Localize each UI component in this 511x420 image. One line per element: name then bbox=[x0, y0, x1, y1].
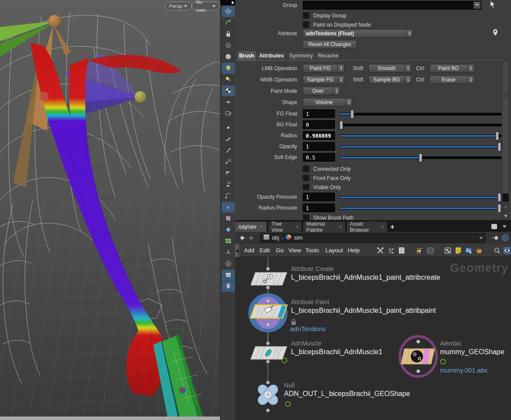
slider-handle[interactable] bbox=[497, 204, 501, 213]
menu-tools[interactable]: Tools bbox=[305, 244, 319, 257]
menu-layout[interactable]: Layout bbox=[325, 244, 343, 257]
network-editor[interactable]: Geometry bbox=[235, 257, 511, 420]
back-button[interactable] bbox=[238, 234, 246, 244]
fg-float-input[interactable]: 1 bbox=[303, 109, 335, 118]
tab-material-palette[interactable]: Material Palette× bbox=[303, 222, 345, 232]
tab-symmetry[interactable]: Symmetry bbox=[286, 51, 316, 61]
search-icon[interactable] bbox=[493, 247, 501, 254]
output-connector[interactable] bbox=[416, 369, 420, 373]
soft-edge-input[interactable]: 0.5 bbox=[303, 153, 335, 162]
paint-tool-icon[interactable] bbox=[222, 202, 235, 213]
pane-menu-icon[interactable] bbox=[502, 225, 507, 228]
slider-handle[interactable] bbox=[497, 142, 501, 151]
curve-handle-icon[interactable] bbox=[222, 190, 235, 201]
slider-handle[interactable] bbox=[419, 153, 423, 162]
path-field[interactable]: obj › sim bbox=[260, 233, 486, 243]
paint-on-displayed-checkbox[interactable] bbox=[303, 21, 309, 28]
joint-sphere-olive[interactable] bbox=[135, 91, 146, 102]
visible-only-checkbox[interactable] bbox=[303, 184, 309, 190]
viewport-canvas[interactable]: Persp No cam bbox=[0, 0, 220, 420]
mmb-ctrl-dropdown[interactable]: Erase bbox=[430, 75, 475, 84]
scroll-up-button[interactable] bbox=[503, 201, 508, 211]
joint-sphere-brown[interactable] bbox=[48, 15, 61, 27]
soft-edge-slider[interactable] bbox=[339, 153, 501, 162]
opacity-input[interactable]: 1 bbox=[303, 142, 335, 151]
radius-input[interactable]: 0.986089 bbox=[303, 131, 335, 140]
close-icon[interactable]: × bbox=[381, 224, 384, 229]
brush-stroke-icon[interactable] bbox=[222, 134, 235, 145]
node-name-label[interactable]: L_bicepsBrachii_AdnMuscle1_paint_attribc… bbox=[291, 274, 440, 281]
connected-only-checkbox[interactable] bbox=[303, 166, 309, 172]
tools-icon[interactable] bbox=[376, 247, 384, 254]
follow-focus-icon[interactable] bbox=[501, 234, 509, 244]
node-attribute-link[interactable]: adnTendons bbox=[290, 325, 326, 332]
bg-float-slider[interactable] bbox=[339, 120, 501, 129]
no-selection-icon[interactable] bbox=[222, 40, 235, 51]
toolbar-expand-button[interactable] bbox=[220, 0, 236, 5]
close-icon[interactable]: × bbox=[296, 224, 298, 229]
bg-float-input[interactable]: 0 bbox=[303, 120, 335, 129]
node-alembic[interactable] bbox=[400, 336, 437, 376]
image-add-icon[interactable] bbox=[465, 247, 473, 254]
node-name-label[interactable]: L_bicepsBrachii_AdnMuscle1 bbox=[291, 348, 382, 356]
prim-diamond-icon[interactable] bbox=[222, 224, 235, 235]
grid-dots-icon[interactable] bbox=[426, 247, 434, 254]
persp-view-menu[interactable]: Persp bbox=[165, 2, 192, 10]
light-pin-icon[interactable] bbox=[222, 74, 235, 85]
opacity-pressure-input[interactable]: 1 bbox=[303, 193, 335, 201]
uv-checker-icon[interactable] bbox=[222, 213, 235, 224]
group-box-icon[interactable] bbox=[222, 236, 235, 247]
radius-slider[interactable] bbox=[339, 131, 501, 140]
prim-numbers-icon[interactable]: 12 bbox=[222, 179, 235, 190]
attribute-dropdown[interactable]: adnTendons (Float) bbox=[303, 29, 413, 38]
pane-maximize-icon[interactable] bbox=[491, 224, 497, 229]
wind-icon[interactable] bbox=[222, 247, 235, 258]
view-layout-icon[interactable] bbox=[222, 6, 235, 17]
node-adnmuscle[interactable] bbox=[250, 342, 287, 363]
points-display-icon[interactable] bbox=[222, 122, 235, 133]
tab-tree-view[interactable]: Tree View× bbox=[268, 222, 301, 232]
output-connector[interactable] bbox=[266, 286, 270, 289]
scroll-down-button[interactable] bbox=[503, 211, 508, 220]
paint-mode-dropdown[interactable]: Over bbox=[303, 87, 340, 95]
point-numbers-icon[interactable]: 12 bbox=[222, 156, 235, 167]
input-connector[interactable] bbox=[266, 299, 270, 303]
display-group-checkbox[interactable] bbox=[303, 12, 309, 19]
radius-pressure-input[interactable]: 1 bbox=[303, 203, 335, 212]
lmb-ctrl-dropdown[interactable]: Paint BG bbox=[430, 64, 475, 73]
color-grid-icon[interactable] bbox=[416, 247, 423, 254]
node-name-label[interactable]: mummy_GEOShape bbox=[440, 348, 504, 356]
select-mode-icon[interactable] bbox=[222, 17, 235, 28]
slider-handle[interactable] bbox=[339, 121, 343, 129]
node-name-label[interactable]: ADN_OUT_L_bicepsBrachii_GEOShape bbox=[284, 390, 410, 398]
basket-icon[interactable] bbox=[475, 247, 483, 254]
tab-recache[interactable]: Recache bbox=[315, 51, 341, 61]
path-dropdown-icon[interactable] bbox=[479, 237, 483, 239]
opacity-pressure-slider[interactable] bbox=[339, 193, 501, 201]
slider-handle[interactable] bbox=[350, 110, 354, 119]
slider-handle[interactable] bbox=[497, 193, 501, 202]
output-connector[interactable] bbox=[266, 409, 270, 412]
joint-sphere-red[interactable] bbox=[39, 91, 49, 101]
camera-menu[interactable]: No cam bbox=[192, 2, 220, 10]
close-icon[interactable]: × bbox=[260, 224, 262, 229]
location-pin-icon[interactable] bbox=[222, 281, 235, 292]
output-connector[interactable] bbox=[266, 323, 270, 326]
tab-brush[interactable]: Brush bbox=[237, 51, 257, 61]
node-null[interactable] bbox=[256, 381, 280, 412]
group-dropdown-button[interactable] bbox=[474, 2, 481, 9]
list-icon[interactable] bbox=[398, 247, 406, 254]
menu-view[interactable]: View bbox=[288, 244, 301, 257]
shape-dropdown[interactable]: Volume bbox=[303, 98, 352, 107]
tab-obj-sim[interactable]: /obj/sim× bbox=[235, 222, 267, 232]
needle-icon[interactable] bbox=[222, 145, 235, 156]
node-attribcreate[interactable] bbox=[250, 267, 287, 289]
mmb-primary-dropdown[interactable]: Sample FG bbox=[303, 75, 345, 84]
lock-icon[interactable] bbox=[222, 29, 235, 40]
mmb-shift-dropdown[interactable]: Sample BG bbox=[369, 75, 412, 84]
input-connector[interactable] bbox=[416, 340, 420, 343]
tab-asset-browser[interactable]: Asset Browser× bbox=[347, 222, 387, 232]
lmb-primary-dropdown[interactable]: Paint FG bbox=[303, 64, 345, 73]
new-tab-button[interactable]: + bbox=[390, 222, 394, 232]
reset-all-changes-button[interactable]: Reset All Changes bbox=[303, 40, 357, 49]
